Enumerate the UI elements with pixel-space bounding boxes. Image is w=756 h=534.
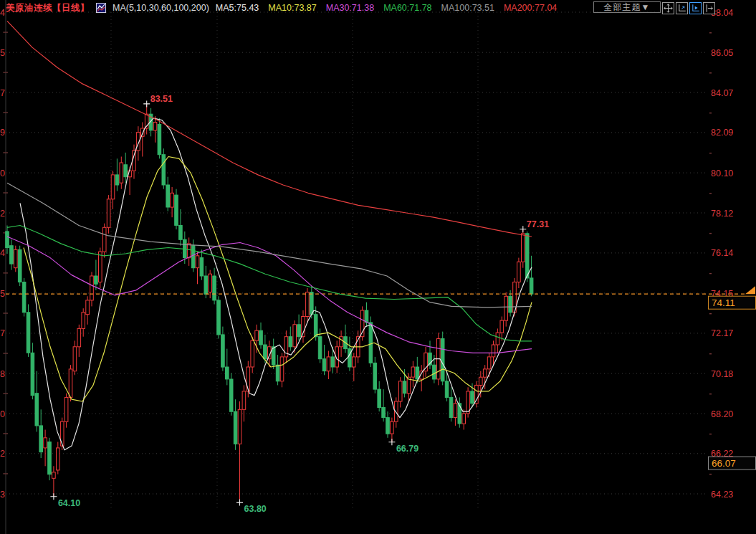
trading-app-window: 83.5177.3164.1063.8066.7988.0488.0486.05…: [0, 0, 756, 534]
move-crosshair-icon-button[interactable]: [662, 2, 674, 14]
left-axis-label-clipped: 78.12: [0, 209, 5, 219]
left-axis-label-clipped: 88.04: [0, 8, 5, 18]
ma200-line: [7, 21, 532, 237]
svg-text:76.14: 76.14: [711, 248, 733, 258]
svg-text:80.10: 80.10: [711, 168, 733, 178]
left-axis-label-clipped: 76.14: [0, 248, 5, 258]
left-axis-label-clipped: 86.05: [0, 48, 5, 58]
ma-values-row: MA5:75.43MA10:73.87MA30:71.38MA60:71.78M…: [216, 3, 557, 13]
ma100-line: [7, 183, 532, 307]
theme-dropdown-button[interactable]: 全部主题▼: [593, 1, 661, 13]
svg-text:72.17: 72.17: [711, 328, 733, 338]
period-label: 【日线】: [52, 3, 90, 13]
extreme-price-label: 77.31: [527, 219, 549, 229]
axis-pointer-icon: [691, 4, 700, 13]
priceline-arrow-icon: [745, 286, 755, 294]
ma60-line: [7, 226, 532, 341]
left-axis-label-clipped: 70.18: [0, 369, 5, 379]
svg-text:82.09: 82.09: [711, 128, 733, 138]
left-axis-label-clipped: 74.15: [0, 289, 5, 299]
current-priceline: [6, 286, 755, 294]
left-axis-label-clipped: 72.17: [0, 328, 5, 338]
svg-text:68.20: 68.20: [711, 409, 733, 419]
axis-scale-icon-button[interactable]: [676, 2, 688, 14]
ma-value: MA30:71.38: [326, 3, 374, 13]
extreme-price-label: 64.10: [58, 498, 80, 508]
move-crosshair-icon: [664, 4, 673, 13]
left-axis-label-clipped: 84.07: [0, 88, 5, 98]
ma-lines-layer: [7, 21, 532, 449]
ma-value: MA5:75.43: [216, 3, 259, 13]
y-axis-labels: 88.0488.0486.0586.0584.0784.0782.0982.09…: [0, 8, 733, 500]
extreme-price-label: 63.80: [244, 504, 267, 514]
symbol-name: 美原油连续: [6, 3, 52, 13]
extreme-price-label: 66.79: [396, 444, 418, 454]
axis-pointer-icon-button[interactable]: [689, 2, 702, 14]
indicator-params: MA(5,10,30,60,100,200): [113, 3, 209, 13]
ma-value: MA60:71.78: [383, 3, 431, 13]
svg-text:70.18: 70.18: [711, 369, 733, 379]
ma-value: MA100:73.51: [441, 3, 494, 13]
extreme-price-label: 83.51: [150, 94, 173, 104]
line-chart-icon: [96, 3, 106, 13]
svg-text:64.23: 64.23: [711, 490, 733, 500]
axis-scale-icon: [677, 4, 686, 13]
pan-exit-icon: [704, 4, 714, 13]
chart-header: 美原油连续【日线】 MA(5,10,30,60,100,200) MA5:75.…: [6, 1, 557, 14]
left-axis-label-clipped: 68.20: [0, 409, 5, 419]
axis-price-tags: 74.1166.07: [709, 296, 756, 469]
chart-toolbar: [662, 2, 715, 14]
left-axis-label-clipped: 64.23: [0, 490, 5, 500]
price-tag-value: 66.07: [712, 458, 736, 469]
svg-text:86.05: 86.05: [711, 48, 733, 58]
svg-text:84.07: 84.07: [711, 88, 733, 98]
symbol-title: 美原油连续【日线】: [6, 2, 90, 14]
left-axis-label-clipped: 82.09: [0, 128, 5, 138]
svg-text:78.12: 78.12: [711, 209, 733, 219]
price-tag-value: 74.11: [712, 297, 735, 308]
ma-value: MA200:77.04: [504, 3, 557, 13]
left-axis-label-clipped: 80.10: [0, 168, 5, 178]
ma-value: MA10:73.87: [268, 3, 316, 13]
left-axis-label-clipped: 66.22: [0, 449, 5, 459]
price-chart-canvas[interactable]: 83.5177.3164.1063.8066.7988.0488.0486.05…: [0, 0, 756, 534]
candles-layer: [6, 104, 533, 502]
pan-exit-icon-button[interactable]: [703, 2, 715, 14]
